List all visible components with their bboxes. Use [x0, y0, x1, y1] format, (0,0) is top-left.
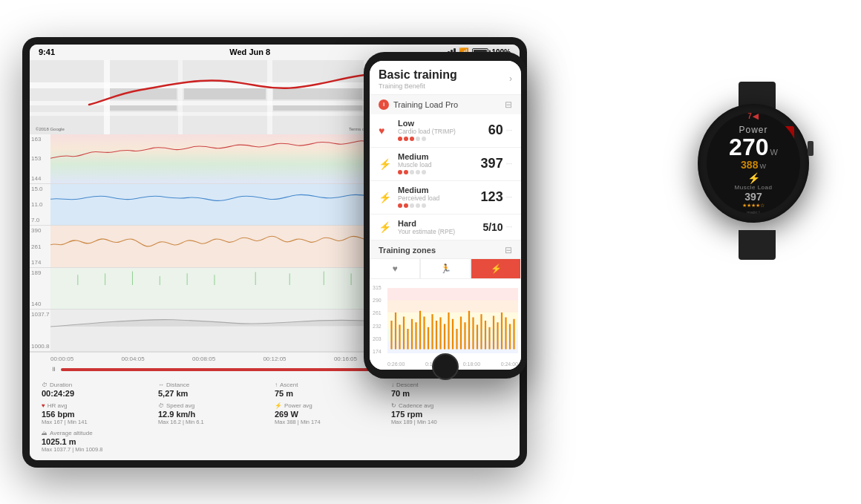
svg-rect-6 [267, 60, 272, 134]
svg-rect-13 [273, 105, 362, 111]
metric-row-medium-1: ⚡ Medium Muscle load 397 ··· [370, 148, 521, 181]
phone-chevron-icon[interactable]: › [509, 73, 512, 84]
speed-labels: 15.0 11.0 7.0 [31, 184, 43, 225]
stat-duration: ⏱ Duration 00:24:29 [42, 382, 158, 398]
watch-power-value: 270 [729, 135, 768, 159]
stat-ascent: ↑ Ascent 75 m [275, 382, 391, 398]
scene: 9:41 Wed Jun 8 📶 100% [22, 15, 839, 490]
filter-icon[interactable]: ⊟ [505, 99, 512, 110]
phone-screen: Basic training Training Benefit › i Trai… [370, 61, 521, 370]
zone-tabs: ♥ 🏃 ⚡ [370, 258, 521, 279]
watch-power-unit: W [770, 148, 778, 157]
svg-text:©2018 Google: ©2018 Google [36, 127, 65, 131]
watch-secondary-unit: W [759, 163, 766, 170]
svg-rect-4 [104, 60, 110, 134]
heart-metric-icon: ♥ [379, 125, 384, 137]
watch-brand-logo: 7◀ [747, 113, 759, 120]
zone-tab-heart[interactable]: ♥ [370, 258, 420, 279]
zones-title: Training zones [379, 246, 436, 255]
zone-tab-run-icon: 🏃 [440, 264, 451, 274]
watch-band-bottom [739, 230, 776, 260]
training-load-section: i Training Load Pro ⊟ [370, 95, 521, 114]
svg-rect-32 [387, 288, 518, 301]
phone-device: Basic training Training Benefit › i Trai… [364, 52, 527, 379]
cadence-icon-stat: ↻ [391, 402, 396, 409]
watch-bottom-label: matic l [747, 210, 759, 214]
info-icon: i [379, 99, 389, 110]
stat-descent: ↓ Descent 70 m [391, 382, 508, 398]
zone-tab-heart-icon: ♥ [392, 264, 397, 274]
svg-rect-5 [178, 60, 183, 134]
metric-row-hard: ⚡ Hard Your estimate (RPE) 5/10 ··· [370, 215, 521, 240]
metric-more-2[interactable]: ··· [506, 160, 512, 168]
stat-distance: ↔ Distance 5,27 km [158, 382, 275, 398]
watch-stars: ★★★★☆ [742, 203, 765, 209]
descent-icon: ↓ [391, 382, 394, 388]
zones-filter-icon[interactable]: ⊟ [505, 245, 512, 255]
power-labels: 390 261 174 [31, 226, 41, 266]
distance-icon: ↔ [158, 382, 164, 388]
stat-cadence: ↻ Cadence avg 175 rpm Max 189 | Min 140 [391, 402, 508, 425]
watch-case: 7◀ Power 270 W 388 W [698, 104, 809, 223]
hr-labels: 163 153 144 [31, 134, 41, 183]
svg-rect-33 [387, 300, 518, 312]
phone-zone-chart-svg [387, 288, 518, 353]
lightning-metric-icon-3: ⚡ [379, 221, 391, 233]
cadence-labels: 189 140 [31, 268, 41, 309]
svg-rect-12 [110, 105, 177, 111]
stats-area: ⏱ Duration 00:24:29 ↔ Distance 5,27 km ↑ [30, 374, 520, 460]
power-icon-stat: ⚡ [275, 402, 282, 409]
metric-more-1[interactable]: ··· [506, 126, 512, 134]
zone-tab-power[interactable]: ⚡ [471, 258, 521, 279]
metric-more-3[interactable]: ··· [506, 193, 512, 201]
metric-row-medium-2: ⚡ Medium Perceived load 123 ·· [370, 181, 521, 215]
watch-secondary-value: 388 [741, 159, 758, 171]
altitude-labels: 1037.7 1000.8 [31, 310, 49, 350]
metric-more-4[interactable]: ··· [506, 223, 512, 231]
metric-row-low: ♥ Low Cardio load (TRIMP) 60 · [370, 114, 521, 148]
heart-icon-stat: ♥ [42, 402, 45, 409]
zone-tab-run[interactable]: 🏃 [420, 258, 471, 279]
phone-title: Basic training [379, 68, 457, 82]
watch-button[interactable] [808, 141, 813, 156]
clock-icon: ⏱ [42, 382, 48, 388]
watch-muscle-label: Muscle Load [735, 184, 773, 191]
phone-subtitle: Training Benefit [379, 82, 457, 90]
svg-rect-10 [184, 88, 266, 99]
watch-lightning-icon: ⚡ [747, 172, 760, 184]
stat-hr: ♥ HR avg 156 bpm Max 167 | Min 141 [42, 402, 158, 425]
watch-device: 7◀ Power 270 W 388 W [690, 104, 824, 252]
svg-rect-11 [273, 88, 362, 99]
zones-section-header: Training zones ⊟ [370, 240, 521, 258]
phone-chart-labels: 315 290 261 232 203 174 [373, 285, 382, 355]
stat-power: ⚡ Power avg 269 W Max 388 | Min 174 [275, 402, 391, 425]
phone-header: Basic training Training Benefit › [370, 61, 521, 95]
stat-altitude: ⛰ Average altitude 1025.1 m Max 1037.7 |… [42, 430, 158, 453]
lightning-metric-icon-2: ⚡ [379, 192, 391, 203]
watch-muscle-value: 397 [744, 191, 762, 203]
watch-screen: 7◀ Power 270 W 388 W [707, 113, 800, 214]
tablet-date: Wed Jun 8 [229, 48, 270, 56]
lightning-metric-icon-1: ⚡ [379, 158, 391, 170]
speed-icon-stat: ⏱ [158, 402, 164, 409]
ascent-icon: ↑ [275, 382, 278, 388]
altitude-icon-stat: ⛰ [42, 430, 48, 436]
phone-home-button[interactable] [432, 353, 459, 380]
section-load-title: Training Load Pro [393, 100, 458, 109]
zone-tab-power-icon: ⚡ [491, 264, 502, 274]
stat-speed: ⏱ Speed avg 12.9 km/h Max 16.2 | Min 6.1 [158, 402, 275, 425]
tablet-time: 9:41 [39, 48, 55, 56]
